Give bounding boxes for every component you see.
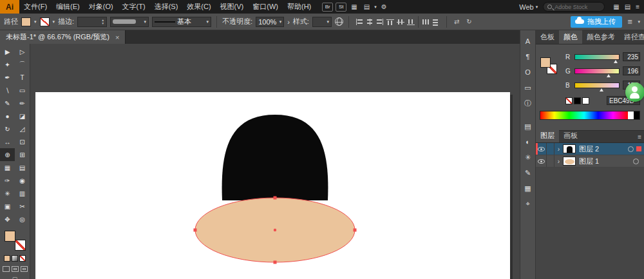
menu-item-6[interactable]: 视图(V)	[216, 0, 249, 14]
stepper-down-icon[interactable]: ▼	[101, 22, 104, 25]
menu-item-8[interactable]: 帮助(H)	[283, 0, 316, 14]
align-top-icon[interactable]	[386, 18, 395, 26]
menu-item-2[interactable]: 对象(O)	[84, 0, 118, 14]
app-logo[interactable]: Ai	[0, 0, 19, 14]
align-right-icon[interactable]	[375, 18, 384, 26]
stroke-dropdown-arrow-icon[interactable]: ▾	[53, 19, 55, 24]
expand-arrow-icon[interactable]: ›	[554, 158, 563, 165]
restore-window-icon[interactable]: ▤	[623, 3, 632, 10]
style-dropdown[interactable]: ▾	[312, 17, 332, 27]
selection-anchor-bottom[interactable]	[274, 261, 277, 264]
none-paint-icon[interactable]	[19, 255, 26, 262]
distribute-horizontal-icon[interactable]	[421, 18, 430, 26]
gradient-tool[interactable]: ▤	[15, 161, 30, 174]
document-tab[interactable]: 未标题-1* @ 66.67% (RGB/预览) ×	[0, 30, 126, 44]
stock-icon[interactable]: St	[336, 3, 346, 12]
pen-tool[interactable]: ✒	[0, 71, 15, 84]
zoom-tool[interactable]: ◎	[15, 213, 30, 226]
close-tab-icon[interactable]: ×	[115, 34, 119, 41]
align-bottom-icon[interactable]	[406, 18, 415, 26]
selection-anchor-right[interactable]	[354, 229, 357, 232]
color-tab-3[interactable]: 路径查找	[620, 30, 644, 44]
menu-item-3[interactable]: 文字(T)	[118, 0, 150, 14]
eyedropper-tool[interactable]: ✑	[0, 174, 15, 187]
channel-slider[interactable]	[574, 68, 620, 74]
channel-value-field[interactable]: 235	[623, 52, 640, 61]
fill-dropdown-arrow-icon[interactable]: ▾	[34, 19, 37, 24]
stroke-color-swatch[interactable]	[40, 17, 50, 26]
slider-handle-icon[interactable]	[600, 88, 603, 91]
scale-tool[interactable]: ◿	[15, 122, 30, 135]
fill-color-swatch[interactable]	[21, 17, 31, 26]
panel-fill-swatch[interactable]	[540, 57, 551, 68]
mesh-tool[interactable]: ▦	[0, 161, 15, 174]
line-segment-tool[interactable]: ∖	[0, 84, 15, 97]
spectrum-gradient[interactable]	[540, 111, 628, 119]
app-menu-icon[interactable]: ≡	[634, 3, 641, 10]
blend-tool[interactable]: ◉	[15, 174, 30, 187]
expand-arrow-icon[interactable]: ›	[554, 146, 563, 153]
shape-builder-tool[interactable]: ⊕	[0, 148, 15, 161]
distribute-vertical-icon[interactable]	[431, 18, 440, 26]
align-middle-icon[interactable]	[396, 18, 405, 26]
sync-settings-icon[interactable]: ⚙	[379, 3, 389, 10]
channel-value-field[interactable]: 196	[623, 66, 640, 75]
stroke-stepper[interactable]: ▲ ▼	[101, 19, 104, 25]
direct-selection-tool[interactable]: ▷	[15, 45, 30, 58]
none-swatch[interactable]	[565, 97, 573, 104]
align-center-icon[interactable]	[365, 18, 374, 26]
stroke-weight-field[interactable]: ▲ ▼	[77, 17, 107, 27]
canvas-area[interactable]	[30, 44, 520, 279]
stroke-swatch[interactable]	[15, 240, 26, 251]
perspective-grid-tool[interactable]: ⊞	[15, 148, 30, 161]
layers-panel-menu-icon[interactable]: ≡	[638, 133, 644, 142]
visibility-toggle[interactable]	[536, 155, 547, 167]
color-tab-1[interactable]: 颜色	[559, 30, 582, 44]
spectrum-black[interactable]	[634, 111, 639, 119]
panel-options-icon[interactable]: ≣	[625, 18, 634, 25]
draw-behind-icon[interactable]	[12, 266, 19, 272]
selection-center-point[interactable]	[274, 229, 276, 231]
opacity-more-icon[interactable]: ›	[287, 18, 290, 26]
target-circle-icon[interactable]	[633, 159, 639, 164]
color-tab-2[interactable]: 颜色参考	[582, 30, 620, 44]
stock-search-box[interactable]	[543, 2, 605, 12]
layers-tab-0[interactable]: 图层	[536, 128, 559, 142]
blob-brush-tool[interactable]: ●	[0, 110, 15, 122]
drag-upload-button[interactable]: 拖拽上传	[571, 16, 622, 28]
selection-anchor-top[interactable]	[274, 197, 277, 200]
document-setup-icon[interactable]	[335, 17, 343, 26]
swatches-panel-icon[interactable]: ▦	[522, 182, 534, 194]
menu-item-5[interactable]: 效果(C)	[182, 0, 215, 14]
rectangle-tool[interactable]: ▭	[15, 84, 30, 97]
layers-tab-1[interactable]: 画板	[559, 128, 582, 142]
color-spectrum-bar[interactable]	[540, 111, 640, 120]
type-tool[interactable]: T	[15, 71, 30, 84]
brushes-panel-icon[interactable]: ✎	[522, 167, 534, 178]
layer-name[interactable]: 图层 1	[579, 157, 633, 166]
selection-tool[interactable]: ▶	[0, 45, 15, 58]
layer-row[interactable]: ›图层 1	[536, 155, 644, 168]
layer-name[interactable]: 图层 2	[579, 144, 628, 154]
symbol-sprayer-tool[interactable]: ✳	[0, 187, 15, 200]
target-circle-icon[interactable]	[628, 146, 634, 152]
width-profile-dropdown[interactable]: ▾	[110, 17, 149, 27]
paintbrush-tool[interactable]: ✎	[0, 97, 15, 110]
collapse-controlbar-icon[interactable]: ▾	[638, 19, 640, 24]
appearance-panel-icon[interactable]: ◐	[522, 136, 534, 148]
menu-item-7[interactable]: 窗口(W)	[248, 0, 283, 14]
opacity-dropdown[interactable]: 100% ▾	[256, 17, 284, 27]
graphic-styles-panel-icon[interactable]: ▤	[522, 120, 534, 132]
artboards-panel-icon[interactable]: ▭	[522, 82, 534, 93]
floating-green-badge[interactable]	[625, 82, 644, 102]
opentype-panel-icon[interactable]: O	[522, 66, 534, 78]
transform-icon[interactable]: ⇄	[452, 18, 461, 25]
info-panel-icon[interactable]: ⓘ	[522, 97, 534, 109]
character-panel-icon[interactable]: A	[522, 35, 534, 47]
search-input[interactable]	[554, 4, 601, 10]
screen-mode-button[interactable]: ▢	[0, 276, 30, 279]
draw-normal-icon[interactable]	[3, 266, 10, 272]
width-tool[interactable]: ↔	[0, 135, 15, 148]
panel-fill-stroke-widget[interactable]	[540, 57, 560, 77]
align-left-icon[interactable]	[355, 18, 364, 26]
